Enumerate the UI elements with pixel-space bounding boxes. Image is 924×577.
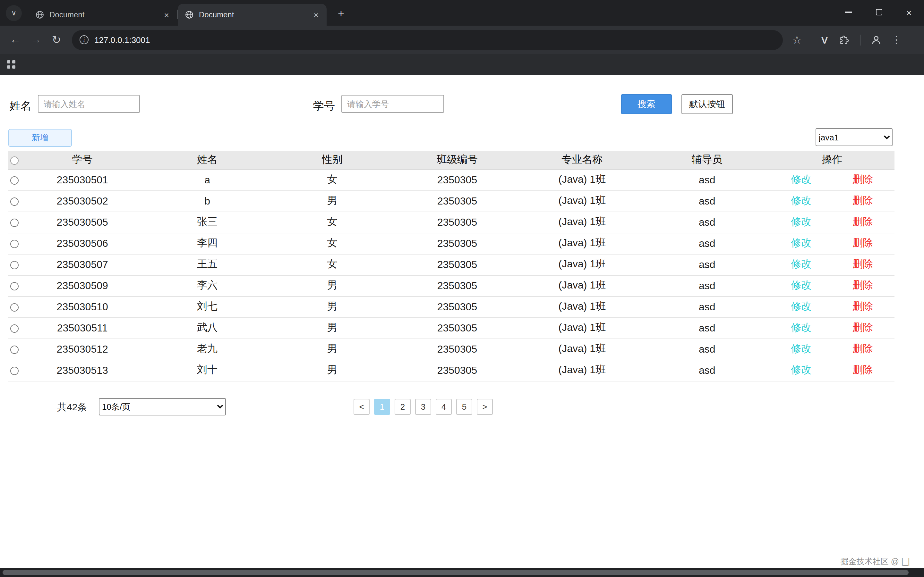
cell-student-id: 235030506 <box>20 233 145 254</box>
extensions-puzzle-icon[interactable] <box>834 29 855 50</box>
page-button[interactable]: 4 <box>436 399 452 415</box>
search-button[interactable]: 搜索 <box>621 94 672 114</box>
address-bar[interactable]: i 127.0.0.1:3001 <box>72 30 783 50</box>
scrollbar-thumb[interactable] <box>3 570 909 575</box>
col-header-actions: 操作 <box>769 151 895 169</box>
horizontal-scrollbar[interactable] <box>0 568 924 577</box>
tab-document-2[interactable]: Document × <box>178 4 326 26</box>
delete-link[interactable]: 删除 <box>853 321 873 335</box>
cell-major: (Java) 1班 <box>520 275 645 296</box>
tab-search-button[interactable]: ∨ <box>6 5 22 21</box>
browser-toolbar: ← → ↻ i 127.0.0.1:3001 ☆ V ⋮ <box>0 26 924 54</box>
student-id-input[interactable] <box>341 95 444 113</box>
back-button[interactable]: ← <box>5 29 26 50</box>
edit-link[interactable]: 修改 <box>791 342 811 356</box>
info-icon[interactable]: i <box>79 35 89 44</box>
tab-close-icon[interactable]: × <box>310 9 321 20</box>
default-button[interactable]: 默认按钮 <box>682 94 733 114</box>
delete-link[interactable]: 删除 <box>853 215 873 229</box>
row-radio[interactable] <box>10 367 18 375</box>
row-radio[interactable] <box>10 240 18 248</box>
cell-gender: 女 <box>270 169 395 190</box>
table-header: 学号 姓名 性别 班级编号 专业名称 辅导员 操作 <box>8 151 895 169</box>
row-radio[interactable] <box>10 261 18 269</box>
add-button[interactable]: 新增 <box>8 129 72 147</box>
edit-link[interactable]: 修改 <box>791 194 811 208</box>
cell-class-no: 2350305 <box>395 359 519 381</box>
row-radio[interactable] <box>10 176 18 185</box>
bookmark-star-icon[interactable]: ☆ <box>787 29 807 50</box>
col-header-gender: 性别 <box>270 151 395 169</box>
tab-close-icon[interactable]: × <box>161 9 172 20</box>
delete-link[interactable]: 删除 <box>853 364 873 377</box>
cell-student-id: 235030509 <box>20 275 145 296</box>
name-input[interactable] <box>38 95 140 113</box>
cell-name: 老九 <box>145 338 270 359</box>
minimize-button[interactable] <box>834 0 864 24</box>
delete-link[interactable]: 删除 <box>853 194 873 208</box>
edit-link[interactable]: 修改 <box>791 364 811 377</box>
cell-actions: 修改 删除 <box>769 211 895 233</box>
new-tab-button[interactable]: + <box>333 5 350 23</box>
profile-icon[interactable] <box>866 29 886 50</box>
page-size-select[interactable]: 10条/页 <box>99 398 226 416</box>
edit-link[interactable]: 修改 <box>791 215 811 229</box>
delete-link[interactable]: 删除 <box>853 279 873 292</box>
table-row: 235030505 张三 女 2350305 (Java) 1班 asd 修改 … <box>8 211 895 233</box>
row-radio[interactable] <box>10 282 18 290</box>
row-radio[interactable] <box>10 197 18 206</box>
table-row: 235030501 a 女 2350305 (Java) 1班 asd 修改 删… <box>8 169 895 190</box>
maximize-button[interactable] <box>864 0 894 24</box>
forward-button[interactable]: → <box>26 29 46 50</box>
edit-link[interactable]: 修改 <box>791 258 811 271</box>
edit-link[interactable]: 修改 <box>791 237 811 250</box>
header-radio[interactable] <box>10 156 18 165</box>
delete-link[interactable]: 删除 <box>853 258 873 271</box>
cell-student-id: 235030513 <box>20 359 145 381</box>
page-button[interactable]: 5 <box>456 399 472 415</box>
close-window-button[interactable]: × <box>894 0 924 24</box>
next-page-button[interactable]: > <box>477 399 493 415</box>
reload-button[interactable]: ↻ <box>46 29 67 50</box>
class-filter-select[interactable]: java1 <box>816 128 893 146</box>
cell-advisor: asd <box>645 318 769 338</box>
page-button[interactable]: 3 <box>415 399 431 415</box>
edit-link[interactable]: 修改 <box>791 321 811 335</box>
prev-page-button[interactable]: < <box>354 399 370 415</box>
cell-gender: 女 <box>270 233 395 254</box>
edit-link[interactable]: 修改 <box>791 173 811 187</box>
cell-actions: 修改 删除 <box>769 318 895 338</box>
cell-student-id: 235030511 <box>20 318 145 338</box>
cell-actions: 修改 删除 <box>769 359 895 381</box>
cell-advisor: asd <box>645 275 769 296</box>
table-row: 235030512 老九 男 2350305 (Java) 1班 asd 修改 … <box>8 338 895 359</box>
delete-link[interactable]: 删除 <box>853 173 873 187</box>
tab-title: Document <box>199 10 305 19</box>
chevron-down-icon: ∨ <box>11 9 16 17</box>
delete-link[interactable]: 删除 <box>853 300 873 314</box>
table-row: 235030510 刘七 男 2350305 (Java) 1班 asd 修改 … <box>8 296 895 318</box>
delete-link[interactable]: 删除 <box>853 237 873 250</box>
edit-link[interactable]: 修改 <box>791 279 811 292</box>
row-radio[interactable] <box>10 219 18 227</box>
page-button[interactable]: 1 <box>374 399 390 415</box>
cell-major: (Java) 1班 <box>520 338 645 359</box>
tab-strip: ∨ Document × Document × + × <box>0 0 924 26</box>
edit-link[interactable]: 修改 <box>791 300 811 314</box>
row-radio[interactable] <box>10 346 18 354</box>
extension-v-icon[interactable]: V <box>815 30 834 49</box>
tab-document-1[interactable]: Document × <box>28 4 177 26</box>
cell-class-no: 2350305 <box>395 275 519 296</box>
cell-student-id: 235030510 <box>20 296 145 318</box>
row-radio[interactable] <box>10 324 18 333</box>
cell-name: a <box>145 169 270 190</box>
cell-student-id: 235030505 <box>20 211 145 233</box>
row-radio[interactable] <box>10 303 18 311</box>
cell-class-no: 2350305 <box>395 190 519 211</box>
delete-link[interactable]: 删除 <box>853 342 873 356</box>
apps-grid-icon[interactable] <box>7 60 15 69</box>
cell-advisor: asd <box>645 296 769 318</box>
url-text: 127.0.0.1:3001 <box>94 35 150 45</box>
browser-menu-icon[interactable]: ⋮ <box>886 29 907 50</box>
page-button[interactable]: 2 <box>395 399 411 415</box>
